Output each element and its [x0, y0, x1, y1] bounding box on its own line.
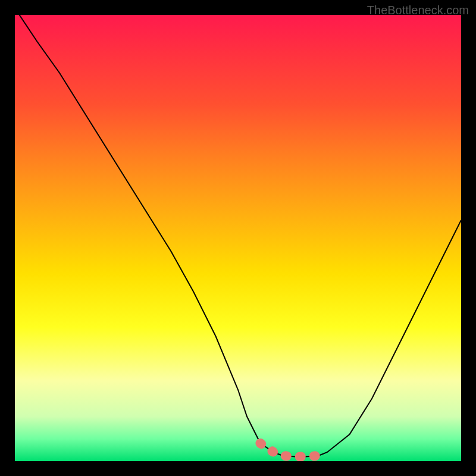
chart-container: TheBottleneck.com: [0, 0, 476, 476]
bottleneck-curve-line: [20, 15, 462, 457]
plot-area: [15, 15, 461, 461]
highlight-dots: [261, 443, 319, 457]
chart-svg: [15, 15, 461, 461]
watermark-text: TheBottleneck.com: [367, 4, 469, 17]
